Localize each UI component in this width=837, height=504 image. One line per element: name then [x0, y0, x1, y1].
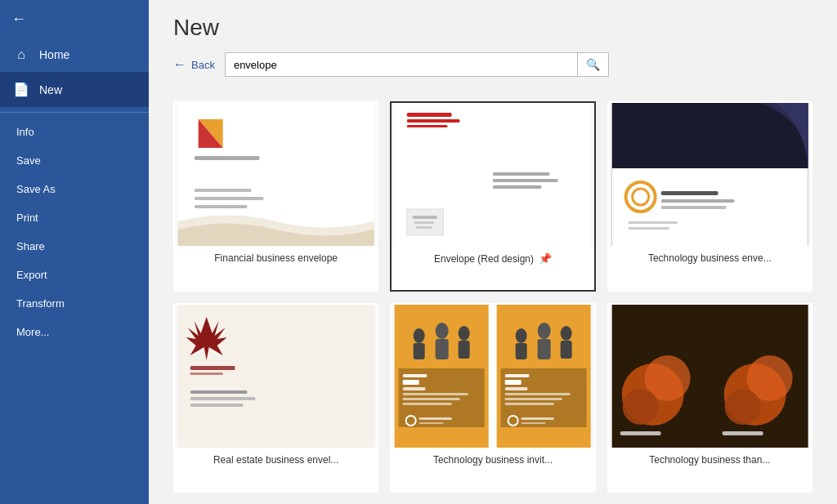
info-label: Info	[16, 126, 34, 138]
templates-grid: Financial business envelope	[149, 90, 837, 504]
svg-point-39	[414, 328, 425, 343]
template-label-realestate: Real estate business envel...	[175, 448, 377, 472]
svg-rect-44	[538, 339, 551, 359]
svg-rect-38	[436, 339, 449, 359]
sidebar-divider	[0, 112, 149, 113]
svg-rect-33	[190, 404, 244, 407]
svg-rect-64	[505, 398, 562, 400]
svg-rect-40	[414, 343, 425, 359]
sidebar-new-label: New	[39, 83, 62, 96]
template-card-techthan[interactable]: Technology business than...	[607, 303, 812, 493]
template-label-techthan: Technology business than...	[609, 448, 811, 472]
svg-rect-23	[660, 199, 734, 203]
template-card-realestate[interactable]: Real estate business envel...	[173, 303, 378, 493]
svg-point-72	[622, 389, 658, 425]
svg-rect-54	[403, 393, 468, 395]
template-thumb-techbiz	[392, 305, 593, 448]
svg-rect-51	[403, 374, 427, 377]
svg-rect-67	[521, 417, 554, 420]
sidebar-item-new[interactable]: 📄 New	[0, 72, 149, 107]
template-thumb-techthan	[609, 305, 811, 448]
template-label-financial: Financial business envelope	[175, 246, 377, 270]
search-button[interactable]: 🔍	[577, 53, 608, 76]
svg-rect-53	[403, 387, 426, 390]
sidebar-item-more[interactable]: More...	[0, 318, 149, 346]
back-arrow-icon: ←	[11, 11, 26, 28]
svg-rect-6	[195, 205, 248, 208]
template-thumb-financial	[175, 103, 377, 246]
share-label: Share	[16, 240, 45, 252]
svg-point-45	[516, 328, 527, 343]
sidebar-item-share[interactable]: Share	[0, 232, 149, 261]
sidebar-item-transform[interactable]: Transform	[0, 289, 149, 318]
svg-point-41	[459, 326, 470, 341]
sidebar-item-export[interactable]: Export	[0, 261, 149, 289]
svg-rect-4	[195, 189, 252, 192]
main-content: New ← Back 🔍	[149, 0, 837, 504]
save-label: Save	[16, 154, 41, 167]
svg-rect-15	[413, 216, 437, 219]
svg-rect-52	[403, 380, 419, 385]
home-icon: ⌂	[13, 47, 29, 62]
main-header: New ← Back 🔍	[149, 0, 837, 90]
template-card-techbiz[interactable]: Technology business invit...	[390, 303, 595, 493]
svg-rect-65	[505, 403, 554, 405]
template-card-envelope-red[interactable]: Envelope (Red design) 📌	[390, 101, 595, 292]
sidebar-item-save[interactable]: Save	[0, 146, 149, 175]
template-card-financial[interactable]: Financial business envelope	[173, 101, 378, 292]
svg-rect-48	[561, 341, 572, 359]
page-title: New	[173, 15, 812, 41]
template-thumb-realestate	[175, 305, 377, 448]
svg-rect-11	[493, 172, 550, 176]
template-thumb-technology	[609, 103, 811, 246]
svg-rect-29	[190, 366, 235, 370]
svg-rect-25	[628, 221, 677, 224]
search-input[interactable]	[226, 54, 577, 76]
template-card-technology[interactable]: Technology business enve...	[607, 101, 812, 292]
svg-rect-8	[407, 113, 452, 117]
sidebar-item-home[interactable]: ⌂ Home	[0, 38, 149, 72]
export-label: Export	[16, 269, 47, 281]
sidebar-item-info[interactable]: Info	[0, 118, 149, 146]
svg-rect-3	[195, 156, 260, 160]
svg-rect-60	[505, 374, 530, 377]
svg-rect-26	[628, 227, 669, 230]
sidebar-home-label: Home	[39, 48, 69, 61]
print-label: Print	[16, 212, 38, 224]
svg-rect-22	[660, 191, 718, 195]
svg-point-47	[561, 326, 572, 341]
svg-rect-56	[403, 403, 452, 405]
svg-rect-68	[521, 422, 546, 424]
svg-rect-17	[416, 226, 432, 229]
sidebar-item-print[interactable]: Print	[0, 203, 149, 232]
svg-rect-31	[190, 390, 248, 394]
transform-label: Transform	[16, 297, 65, 310]
new-doc-icon: 📄	[13, 82, 29, 97]
svg-rect-76	[707, 305, 712, 448]
svg-rect-55	[403, 398, 460, 400]
back-link-label: Back	[191, 59, 215, 71]
search-input-wrapper: 🔍	[225, 52, 609, 77]
search-bar: ← Back 🔍	[173, 52, 812, 77]
back-button[interactable]: ←	[0, 0, 38, 38]
svg-point-75	[724, 389, 760, 425]
svg-rect-24	[660, 206, 726, 209]
search-icon: 🔍	[586, 58, 600, 71]
saveas-label: Save As	[16, 183, 56, 195]
svg-rect-42	[459, 341, 470, 359]
sidebar: ← ⌂ Home 📄 New Info Save Save As Print S…	[0, 0, 149, 504]
svg-rect-62	[505, 387, 528, 390]
svg-rect-30	[190, 372, 223, 375]
more-label: More...	[16, 326, 49, 338]
svg-point-43	[538, 323, 551, 339]
back-link[interactable]: ← Back	[173, 57, 215, 72]
sidebar-item-saveas[interactable]: Save As	[0, 175, 149, 203]
svg-rect-16	[414, 221, 434, 224]
svg-rect-63	[505, 393, 571, 395]
svg-rect-13	[493, 185, 542, 189]
template-label-technology: Technology business enve...	[609, 246, 811, 270]
pin-icon: 📌	[539, 252, 552, 265]
svg-rect-78	[722, 431, 763, 435]
svg-rect-9	[407, 119, 460, 123]
svg-rect-59	[419, 422, 444, 424]
